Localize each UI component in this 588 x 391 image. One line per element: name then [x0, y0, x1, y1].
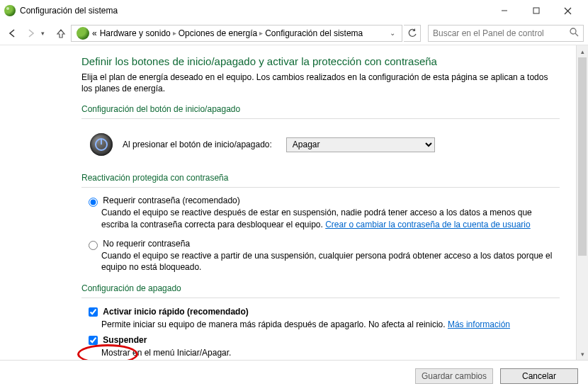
svg-point-4: [570, 28, 576, 34]
no-password-radio[interactable]: [89, 241, 98, 250]
divider: [81, 187, 560, 188]
scrollbar[interactable]: ▴ ▾: [576, 45, 588, 360]
maximize-button[interactable]: [520, 1, 552, 21]
search-placeholder: Buscar en el Panel de control: [433, 28, 544, 38]
breadcrumb-ellipsis: «: [92, 28, 97, 38]
navbar: ▾ « Hardware y sonido ▸ Opciones de ener…: [0, 21, 588, 45]
forward-button[interactable]: [23, 25, 40, 42]
option-desc: Cuando el equipo se reactive a partir de…: [101, 250, 560, 274]
change-password-link[interactable]: Crear o cambiar la contraseña de la cuen…: [325, 220, 531, 230]
power-icon: [90, 133, 113, 156]
power-button-label: Al presionar el botón de inicio/apagado:: [123, 140, 272, 149]
divider: [81, 118, 560, 119]
breadcrumb-item[interactable]: Opciones de energía: [179, 28, 257, 38]
close-button[interactable]: [552, 1, 584, 21]
footer: Guardar cambios Cancelar: [0, 360, 588, 391]
app-icon: [4, 5, 16, 16]
chevron-right-icon: ▸: [259, 29, 263, 37]
chevron-down-icon[interactable]: ⌄: [385, 29, 400, 37]
sleep-checkbox[interactable]: [89, 336, 98, 345]
shutdown-settings-group: Configuración de apagado Activar inicio …: [81, 283, 560, 360]
option-label: No requerir contraseña: [103, 239, 190, 249]
scrollbar-thumb[interactable]: [578, 57, 587, 256]
minimize-button[interactable]: [488, 1, 520, 21]
search-input[interactable]: Buscar en el Panel de control: [428, 25, 584, 42]
svg-rect-1: [533, 8, 539, 13]
checkbox-desc: Mostrar en el menú Iniciar/Apagar.: [101, 347, 560, 359]
save-button[interactable]: Guardar cambios: [415, 368, 493, 384]
divider: [81, 298, 560, 298]
scroll-up-icon[interactable]: ▴: [577, 45, 588, 57]
breadcrumb-item[interactable]: Configuración del sistema: [265, 28, 363, 38]
require-password-radio[interactable]: [89, 198, 98, 207]
refresh-button[interactable]: [404, 25, 421, 42]
group-title: Configuración de apagado: [81, 283, 560, 293]
page-heading: Definir los botones de inicio/apagado y …: [81, 55, 560, 67]
history-chevron-icon[interactable]: ▾: [41, 30, 51, 37]
checkbox-desc: Permite iniciar su equipo de manera más …: [101, 319, 448, 329]
checkbox-label: Activar inicio rápido (recomendado): [103, 307, 248, 317]
back-button[interactable]: [4, 25, 21, 42]
checkbox-label: Suspender: [103, 335, 147, 345]
main-content: Definir los botones de inicio/apagado y …: [0, 45, 588, 360]
window-title: Configuración del sistema: [20, 6, 488, 16]
group-title: Reactivación protegida con contraseña: [81, 173, 560, 183]
option-label: Requerir contraseña (recomendado): [103, 196, 239, 205]
titlebar: Configuración del sistema: [0, 0, 588, 21]
svg-line-5: [575, 33, 578, 36]
cancel-button[interactable]: Cancelar: [500, 368, 578, 384]
wake-protection-group: Reactivación protegida con contraseña Re…: [81, 173, 560, 273]
fast-startup-checkbox[interactable]: [89, 307, 98, 317]
page-intro: Elija el plan de energía deseado en el e…: [81, 72, 560, 94]
breadcrumb[interactable]: « Hardware y sonido ▸ Opciones de energí…: [71, 25, 402, 42]
chevron-right-icon: ▸: [173, 29, 176, 37]
power-button-action-select[interactable]: Apagar: [286, 137, 435, 152]
control-panel-icon: [77, 27, 89, 40]
search-icon: [570, 28, 579, 39]
scroll-down-icon[interactable]: ▾: [577, 348, 588, 360]
power-button-group: Configuración del botón de inicio/apagad…: [81, 104, 560, 163]
up-button[interactable]: [52, 25, 69, 42]
more-info-link[interactable]: Más información: [448, 319, 510, 329]
group-title: Configuración del botón de inicio/apagad…: [81, 104, 560, 114]
breadcrumb-item[interactable]: Hardware y sonido: [100, 28, 171, 38]
